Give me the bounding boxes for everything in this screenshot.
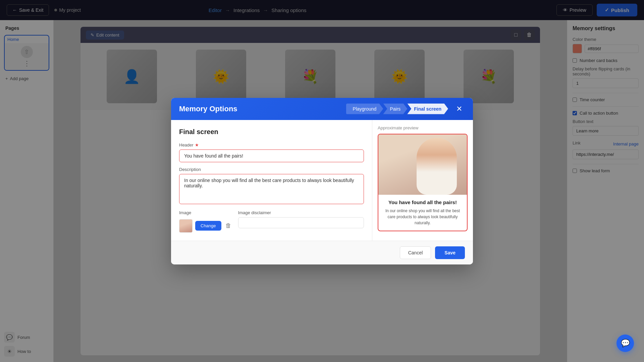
preview-header-text: You have found all the pairs! — [384, 199, 462, 205]
image-action-row: Change 🗑 — [179, 219, 233, 233]
description-field-label: Description — [179, 167, 364, 172]
required-star: ★ — [195, 142, 199, 147]
step-playground[interactable]: Playground — [346, 104, 383, 114]
thumb-silhouette — [179, 220, 192, 232]
memory-options-modal: Memory Options Playground Pairs Final sc… — [171, 98, 473, 264]
save-button[interactable]: Save — [435, 246, 465, 259]
header-input[interactable] — [179, 149, 364, 162]
disclaimer-group: Image disclaimer — [238, 210, 364, 228]
cancel-button[interactable]: Cancel — [400, 246, 431, 259]
modal-footer: Cancel Save — [171, 241, 473, 264]
disclaimer-input[interactable] — [238, 217, 364, 228]
preview-text-area: You have found all the pairs! In our onl… — [378, 195, 467, 231]
modal-header: Memory Options Playground Pairs Final sc… — [171, 98, 473, 120]
modal-form: Final screen Header ★ Description Image — [171, 120, 372, 241]
delete-image-button[interactable]: 🗑 — [224, 221, 233, 231]
modal-title: Memory Options — [179, 105, 237, 113]
preview-image-area — [378, 134, 467, 195]
modal-preview: Approximate preview You have found all t… — [372, 120, 473, 241]
header-field-label: Header ★ — [179, 142, 364, 147]
section-title: Final screen — [179, 128, 364, 136]
modal-overlay: Memory Options Playground Pairs Final sc… — [0, 0, 644, 362]
preview-desc-text: In our online shop you will find all the… — [384, 208, 462, 226]
description-textarea[interactable] — [179, 174, 364, 204]
approx-preview-label: Approximate preview — [378, 125, 468, 130]
modal-body: Final screen Header ★ Description Image — [171, 120, 473, 241]
image-thumbnail — [179, 219, 193, 233]
step-pairs[interactable]: Pairs — [383, 104, 407, 114]
modal-steps: Playground Pairs Final screen — [346, 104, 448, 114]
disclaimer-label: Image disclaimer — [238, 210, 364, 215]
preview-person-silhouette — [417, 138, 457, 195]
modal-close-button[interactable]: ✕ — [453, 103, 465, 115]
image-group: Image Change 🗑 — [179, 210, 233, 233]
change-image-button[interactable]: Change — [195, 221, 221, 231]
chat-fab-button[interactable]: 💬 — [616, 335, 634, 352]
image-label: Image — [179, 210, 233, 215]
image-row: Image Change 🗑 Image disclaimer — [179, 210, 364, 233]
preview-card: You have found all the pairs! In our onl… — [378, 134, 468, 231]
step-final-screen[interactable]: Final screen — [407, 104, 448, 114]
